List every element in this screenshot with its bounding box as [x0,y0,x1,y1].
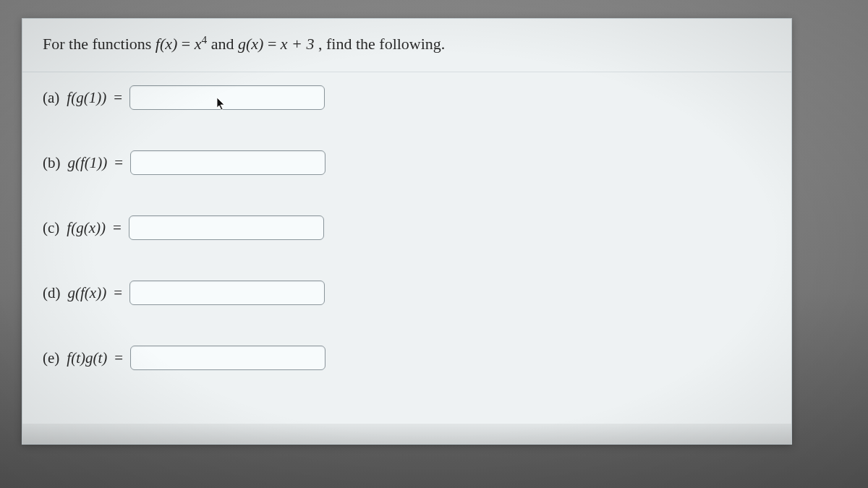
part-label: (e) [43,349,59,367]
part-row: (d) g(f(x)) = [43,281,771,305]
function-f-lhs: f(x) [156,35,178,53]
function-f-rhs-base: x [195,35,202,53]
equals-sign: = [114,284,122,302]
part-label: (a) [43,89,59,107]
part-label: (b) [43,154,61,172]
question-text-and: and [211,35,238,53]
function-g-rhs: x + 3 [281,35,315,53]
part-expression: f(g(x)) [67,219,106,237]
part-row: (c) f(g(x)) = [43,215,771,240]
bottom-shadow [22,424,791,444]
part-row: (e) f(t)g(t) = [43,346,771,370]
answer-input-b[interactable] [130,150,326,175]
answer-input-d[interactable] [129,281,325,305]
part-row: (a) f(g(1)) = [43,85,771,110]
answer-input-c[interactable] [129,215,324,240]
part-expression: f(t)g(t) [67,349,107,367]
equals-sign: = [114,154,123,172]
part-expression: g(f(x)) [68,284,107,302]
function-f-rhs-exp: 4 [202,33,208,46]
part-expression: f(g(1)) [67,89,106,107]
part-label: (c) [43,219,59,237]
function-g-lhs: g(x) [238,35,263,53]
question-text-suffix: , find the following. [318,35,445,53]
equals-sign: = [113,219,122,237]
equals-sign: = [114,89,122,107]
question-prompt: For the functions f(x) = x4 and g(x) = x… [22,19,791,72]
equals-sign: = [114,349,123,367]
equals-1: = [182,35,195,53]
answer-input-a[interactable] [129,85,325,110]
part-expression: g(f(1)) [68,154,108,172]
part-label: (d) [43,284,61,302]
worksheet-panel: For the functions f(x) = x4 and g(x) = x… [22,18,792,445]
parts-container: (a) f(g(1)) = (b) g(f(1)) = (c) f(g(x)) … [22,72,791,392]
part-row: (b) g(f(1)) = [43,150,771,175]
question-text-prefix: For the functions [43,35,156,53]
answer-input-e[interactable] [130,346,326,370]
equals-2: = [268,35,281,53]
